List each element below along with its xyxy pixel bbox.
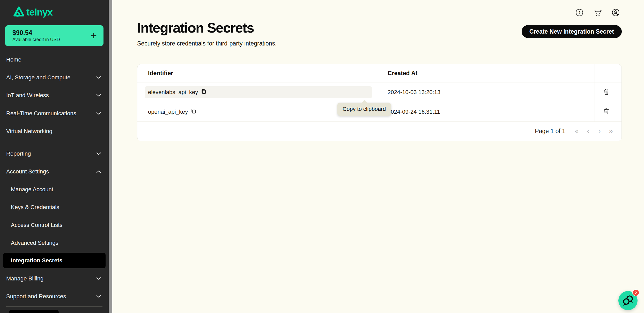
copy-icon — [201, 89, 206, 96]
next-page-button[interactable]: › — [594, 125, 605, 137]
sidebar-item-label: Manage Account — [11, 186, 101, 193]
create-new-integration-secret-button[interactable]: Create New Integration Secret — [522, 25, 622, 38]
page-subtitle: Securely store credentials for third-par… — [137, 40, 277, 47]
sidebar-item-label: Virtual Networking — [6, 128, 101, 135]
account-icon — [612, 9, 620, 18]
sidebar-item-label: Support and Resources — [6, 293, 97, 300]
sidebar-item-account-settings[interactable]: Account Settings — [0, 163, 109, 180]
chevron-down-icon — [97, 76, 101, 79]
credit-label: Available credit in USD — [12, 37, 91, 43]
sidebar-item-access-control-lists[interactable]: Access Control Lists — [0, 216, 109, 234]
chevron-down-icon — [97, 112, 101, 115]
sidebar-item-label: Access Control Lists — [11, 222, 101, 228]
cart-button[interactable] — [593, 9, 602, 17]
sidebar-item-label: Account Settings — [6, 168, 97, 175]
main-content: ? Integration Secrets Securely store cre… — [112, 0, 644, 313]
svg-text:?: ? — [578, 10, 580, 14]
sidebar-item-iot-wireless[interactable]: IoT and Wireless — [0, 86, 109, 104]
help-icon: ? — [575, 9, 583, 18]
sidebar-item-advanced-settings[interactable]: Advanced Settings — [0, 234, 109, 252]
chevron-down-icon — [97, 295, 101, 298]
sidebar-item-label: Real-Time Communications — [6, 110, 97, 117]
identifier-value: openai_api_key — [148, 109, 188, 115]
sidebar-item-label: AI, Storage and Compute — [6, 74, 97, 81]
chevron-down-icon — [97, 277, 101, 280]
credit-amount: $90.54 — [12, 29, 91, 36]
account-button[interactable] — [611, 9, 620, 17]
cart-icon — [593, 9, 602, 18]
identifier-cell: openai_api_key — [148, 102, 196, 122]
available-credit-card[interactable]: $90.54 Available credit in USD + — [5, 25, 103, 46]
copy-button[interactable] — [191, 108, 196, 116]
copy-to-clipboard-tooltip: Copy to clipboard — [337, 103, 391, 116]
sidebar-scrollbar[interactable] — [109, 0, 112, 313]
sidebar-divider — [6, 141, 102, 141]
sidebar-item-integration-secrets-active[interactable]: Integration Secrets — [3, 253, 106, 268]
column-header-identifier: Identifier — [148, 64, 173, 82]
app-window: telnyx $90.54 Available credit in USD + … — [0, 0, 644, 313]
sidebar-item-manage-billing[interactable]: Manage Billing — [0, 270, 109, 287]
sidebar-item-label: Advanced Settings — [11, 240, 101, 246]
sidebar-item-reporting[interactable]: Reporting — [0, 145, 109, 163]
chevron-up-icon — [97, 170, 101, 173]
created-at-cell: 2024-09-24 16:31:11 — [388, 102, 440, 122]
chat-unread-badge: 2 — [632, 289, 639, 296]
delete-secret-button[interactable] — [603, 102, 610, 122]
sidebar-item-real-time-communications[interactable]: Real-Time Communications — [0, 104, 109, 122]
chevron-down-icon — [97, 152, 101, 155]
sidebar-item-manage-account[interactable]: Manage Account — [0, 180, 109, 198]
sidebar-item-label: Keys & Credentials — [11, 204, 101, 211]
sidebar-item-label: Reporting — [6, 150, 97, 157]
telnyx-wordmark: telnyx — [26, 7, 53, 17]
sidebar-item-partial[interactable] — [9, 310, 59, 313]
chat-icon — [622, 294, 634, 307]
column-header-created-at: Created At — [388, 64, 417, 82]
sidebar-item-label: Home — [6, 56, 101, 63]
sidebar-item-ai-storage-compute[interactable]: AI, Storage and Compute — [0, 68, 109, 86]
identifier-value: elevenlabs_api_key — [148, 89, 198, 96]
topbar: ? — [575, 9, 620, 17]
first-page-button[interactable]: « — [571, 125, 582, 137]
sidebar-item-label: Integration Secrets — [11, 257, 62, 264]
copy-icon — [191, 108, 196, 116]
sidebar-item-home[interactable]: Home — [0, 51, 109, 68]
sidebar-divider — [6, 306, 102, 307]
sidebar-item-label: Manage Billing — [6, 275, 97, 282]
created-at-cell: 2024-10-03 13:20:13 — [388, 82, 440, 102]
sidebar-item-keys-credentials[interactable]: Keys & Credentials — [0, 198, 109, 216]
previous-page-button[interactable]: ‹ — [582, 125, 594, 137]
sidebar: telnyx $90.54 Available credit in USD + … — [0, 0, 109, 313]
trash-icon — [603, 108, 610, 116]
sidebar-item-support-resources[interactable]: Support and Resources — [0, 287, 109, 305]
trash-icon — [603, 88, 610, 96]
telnyx-logo-icon — [13, 6, 25, 19]
chat-launcher-button[interactable]: 2 — [618, 291, 638, 310]
last-page-button[interactable]: » — [605, 125, 617, 137]
identifier-cell: elevenlabs_api_key — [148, 82, 206, 102]
sidebar-item-virtual-networking[interactable]: Virtual Networking — [0, 122, 109, 140]
page-title: Integration Secrets — [137, 20, 254, 35]
credit-info: $90.54 Available credit in USD — [12, 29, 91, 43]
delete-secret-button[interactable] — [603, 82, 610, 102]
add-credit-button[interactable]: + — [91, 30, 97, 41]
copy-button[interactable] — [201, 89, 206, 96]
pagination: Page 1 of 1 « ‹ › » — [137, 121, 621, 141]
telnyx-logo[interactable]: telnyx — [13, 6, 53, 19]
table-row[interactable]: elevenlabs_api_key 2024-10-03 13:20:13 — [137, 82, 621, 102]
table-header-row: Identifier Created At — [137, 64, 621, 82]
sidebar-item-label: IoT and Wireless — [6, 92, 97, 99]
chevron-down-icon — [97, 94, 101, 97]
page-indicator: Page 1 of 1 — [535, 128, 565, 135]
help-button[interactable]: ? — [575, 9, 583, 17]
